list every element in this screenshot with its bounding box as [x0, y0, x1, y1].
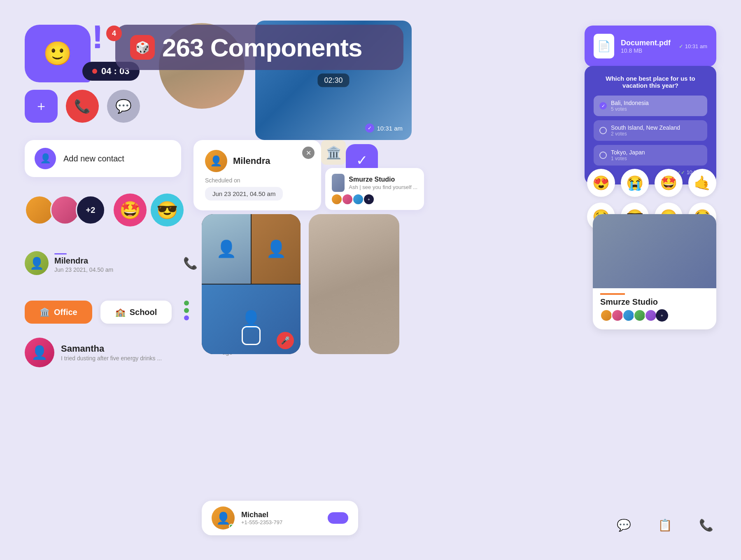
poll-option-text-1: Bali, Indonesia	[611, 100, 649, 106]
chat-preview-card[interactable]: Smurze Studio Ash | see you find yoursel…	[325, 168, 424, 210]
document-size: 10.8 MB	[621, 47, 671, 54]
bottom-chat-row: 👤 Michael +1-555-2353-797	[202, 501, 358, 535]
office-icon: 🏛️	[40, 307, 50, 317]
vg-cell-1: 👤	[202, 214, 251, 284]
chat-nav-icon[interactable]: 💬	[613, 515, 634, 535]
emoji-crying[interactable]: 😭	[621, 169, 649, 197]
contact-name: Milendra	[54, 256, 113, 266]
call-icon[interactable]: 📞	[183, 257, 198, 270]
school-button[interactable]: 🏫 School	[100, 301, 172, 324]
studio-name: Smurze Studio	[593, 297, 716, 307]
end-call-button[interactable]: 📞	[66, 90, 99, 123]
poll-radio-2	[599, 127, 607, 134]
document-time: ✓ 10:31 am	[679, 43, 707, 49]
video-mic-button[interactable]: 🎤	[277, 332, 294, 349]
contacts-nav-icon[interactable]: 📋	[655, 515, 675, 535]
emoji-heart-eyes[interactable]: 😍	[587, 169, 615, 197]
michael-avatar: 👤	[212, 506, 235, 530]
building-icon: 🏛️	[321, 140, 346, 165]
scheduled-label: Scheduled on	[205, 177, 310, 184]
poll-votes-1: 5 votes	[611, 106, 649, 112]
phone-nav-icon[interactable]: 📞	[696, 515, 716, 535]
video-grid: 👤 👤 👤 🎤	[202, 214, 301, 354]
video-time-label: 10:31 am	[377, 125, 403, 132]
message-pill[interactable]	[328, 512, 348, 524]
scheduled-card: 👤 Milendra ✕ Scheduled on Jun 23 2021, 0…	[193, 140, 321, 210]
emoji-wave[interactable]: 🤙	[688, 169, 716, 197]
school-icon: 🏫	[115, 307, 126, 317]
message-icon: 💬	[115, 98, 132, 114]
emoji-avatar-star: 🤩	[114, 194, 147, 226]
add-contact-card[interactable]: 👤 Add new contact	[25, 140, 181, 177]
bottom-contact: 👤 Samantha I tried dusting after five en…	[25, 338, 206, 367]
chat-preview-message: Ash | see you find yourself ...	[349, 184, 417, 190]
studio-avatar-more: +	[656, 309, 668, 322]
office-label: Office	[54, 308, 77, 317]
scheduled-name: Milendra	[233, 156, 270, 166]
poll-radio-3	[599, 152, 607, 159]
contact-avatar: 👤	[25, 251, 49, 275]
poll-option-text-3: Tokyo, Japan	[611, 149, 645, 156]
chat-preview-avatars: +	[332, 194, 417, 204]
dot-3	[184, 315, 189, 320]
scheduled-date: Jun 23 2021, 04.50 am	[205, 187, 283, 201]
emoji-avatar-cool: 😎	[151, 194, 184, 226]
poll-option-text-2: South Island, New Zealand	[611, 124, 680, 131]
poll-option-3[interactable]: Tokyo, Japan 1 votes	[594, 145, 707, 166]
avatar-group: +2 🤩 😎	[25, 194, 184, 226]
samantha-name: Samantha	[61, 343, 162, 354]
app-logo: 🙂 !	[25, 25, 107, 91]
samantha-sub: I tried dusting after five energy drinks…	[61, 355, 162, 362]
timer-dot	[92, 69, 97, 74]
pdf-icon: 📄	[594, 34, 614, 58]
add-call-button[interactable]: ＋	[25, 90, 58, 123]
dots-menu[interactable]	[184, 301, 189, 324]
message-button[interactable]: 💬	[107, 90, 140, 123]
add-contact-label: Add new contact	[63, 154, 124, 163]
michael-name: Michael	[241, 511, 282, 519]
poll-option-2[interactable]: South Island, New Zealand 2 votes	[594, 120, 707, 141]
school-label: School	[130, 308, 157, 317]
notification-badge: 4	[106, 26, 122, 41]
close-button[interactable]: ✕	[302, 147, 315, 159]
buildings-area: 🏛️	[321, 140, 346, 165]
vg-cell-2: 👤	[252, 214, 301, 284]
logo-bubble: 🙂	[25, 25, 91, 82]
poll-card: Which one best place for us to vacation …	[585, 66, 716, 184]
poll-question: Which one best place for us to vacation …	[594, 75, 707, 89]
emoji-star-eyes[interactable]: 🤩	[655, 169, 683, 197]
studio-image	[593, 214, 716, 288]
add-icon: ＋	[35, 97, 48, 115]
contact-underline	[54, 253, 67, 254]
office-button[interactable]: 🏛️ Office	[25, 301, 92, 324]
online-indicator	[229, 524, 234, 529]
category-row: 🏛️ Office 🏫 School	[25, 301, 189, 324]
avatar-count: +2	[76, 195, 105, 225]
hero-banner: 🎲 263 Components	[115, 25, 403, 70]
contact-date: Jun 23 2021, 04.50 am	[54, 266, 113, 273]
poll-radio-1	[599, 102, 607, 110]
contact-row: 👤 Milendra Jun 23 2021, 04.50 am 📞	[25, 251, 198, 275]
scheduled-avatar: 👤	[205, 150, 227, 172]
studio-avatars: +	[593, 307, 716, 324]
chat-preview-name: Smurze Studio	[349, 176, 417, 183]
hero-title: 263 Components	[162, 33, 362, 62]
document-card: 📄 Document.pdf 10.8 MB ✓ 10:31 am	[585, 26, 716, 67]
video-check: ✓ 10:31 am	[365, 124, 403, 133]
poll-votes-2: 2 votes	[611, 131, 680, 137]
dot-2	[184, 308, 189, 313]
studio-accent-bar	[600, 293, 625, 295]
dot-1	[184, 301, 189, 306]
portrait-photo	[309, 214, 399, 354]
samantha-avatar: 👤	[25, 338, 54, 367]
call-buttons-row: ＋ 📞 💬	[25, 90, 140, 123]
hero-icon: 🎲	[130, 35, 155, 60]
poll-option-1[interactable]: Bali, Indonesia 5 votes	[594, 96, 707, 116]
chat-preview-avatar	[332, 174, 345, 192]
bottom-nav: 💬 📋 📞	[613, 515, 716, 535]
check-mark-icon: ✓	[356, 152, 368, 168]
chat-preview-more: +	[364, 194, 374, 204]
document-name: Document.pdf	[621, 39, 671, 47]
studio-card: Smurze Studio +	[593, 214, 716, 329]
poll-votes-3: 1 votes	[611, 156, 645, 161]
